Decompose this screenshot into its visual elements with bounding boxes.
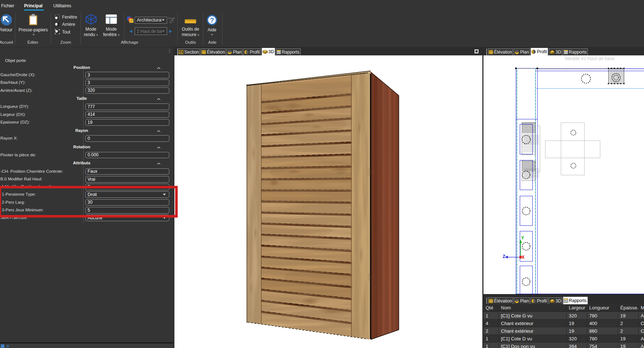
svg-text:Z: Z <box>503 254 505 259</box>
svg-text:?: ? <box>210 17 214 24</box>
svg-text:Y: Y <box>521 235 524 241</box>
svg-text:Meuble #2 Haut de base: Meuble #2 Haut de base <box>565 56 614 61</box>
svg-text:X: X <box>522 255 525 260</box>
